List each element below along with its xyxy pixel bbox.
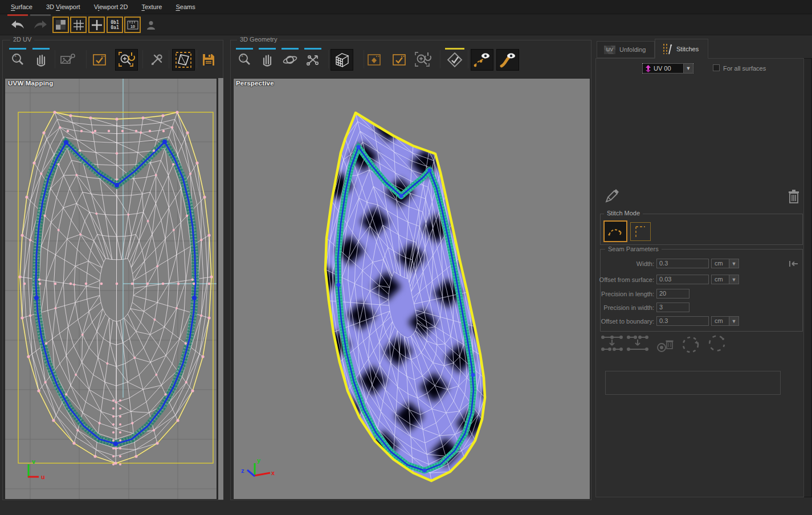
svg-text:v: v [32,458,36,465]
geometry-canvas: yxz [234,79,590,499]
settings-2d-button[interactable] [147,50,166,70]
frame-selection-3d-button[interactable] [365,50,384,70]
window-check-icon [92,53,107,67]
mannequin-icon [146,20,156,30]
tab-stitches[interactable]: Stitches [655,39,708,59]
edit-seam-button[interactable] [604,188,620,205]
show-seam-points-button[interactable] [471,49,493,71]
stitches-icon [662,43,672,55]
right-panel-scrollbar[interactable] [803,58,812,497]
tab-stitches-label: Stitches [676,46,699,52]
offset-surface-unit-select[interactable]: cm▼ [711,275,739,284]
delete-seam-button[interactable] [787,189,800,205]
chevron-down-icon: ▼ [729,317,738,325]
ruler-scale-button[interactable]: 10 [124,17,141,33]
magnifier-power-icon-disabled [414,51,431,68]
menu-viewport-2d[interactable]: Viewport 2D [88,1,134,13]
pan-3d-button[interactable] [258,50,277,70]
menu-texture[interactable]: Texture [135,1,168,13]
panel-2d-uv-title: 2D UV [10,36,34,43]
chevron-down-icon[interactable]: ▼ [683,64,693,73]
svg-text:x: x [271,469,275,476]
for-all-surfaces-checkbox[interactable] [713,64,720,71]
checker-texture-button[interactable] [52,17,69,33]
move-3d-button[interactable] [303,50,323,70]
zoom-auto-2d-button[interactable] [115,49,138,71]
stitch-mode-corner-button[interactable] [630,222,651,241]
orbit-planet-icon [282,53,298,67]
zoom-auto-3d-button[interactable] [412,49,434,71]
zoom-3d-button[interactable]: +- [235,50,254,70]
pan3d-active-bar [259,48,276,50]
viewport-3d-perspective[interactable]: yxz [233,78,590,500]
viewport-3d-label: Perspective [236,80,274,87]
mesh-cube-icon [333,51,350,68]
align-seam-split-button[interactable] [627,334,648,354]
seam-info-box [605,371,781,395]
axes-cross-button[interactable] [88,17,105,33]
show-uv-polygon-button[interactable] [172,49,195,71]
naming-display-button[interactable]: 0b10a1 [107,17,123,33]
svg-text:u: u [41,473,45,480]
validate-window-3d-button[interactable] [390,50,409,70]
redo-button[interactable] [30,17,51,34]
validate-window-2d-button[interactable] [90,50,109,70]
precision-length-field[interactable]: 20 [656,289,689,299]
grid-icon [74,20,84,30]
svg-text:10: 10 [130,24,135,28]
chevron-down-icon: ▼ [729,259,738,268]
delete-point-button[interactable] [656,337,675,355]
precision-width-field[interactable]: 3 [656,303,689,312]
stitch-mode-curve-button[interactable] [603,220,627,242]
viewport-2d-label: UVW Mapping [8,80,54,87]
uv-mesh-canvas: vu [5,79,217,499]
tab-unfolding[interactable]: UV Unfolding [597,41,655,58]
wireframe-display-button[interactable] [330,49,353,71]
undo-button[interactable] [7,17,28,34]
application-window: Surface 3D Viewport Viewport 2D Texture … [0,0,812,515]
transform-arrows-icon [305,52,321,67]
dashed-circle-ccw-icon [705,334,728,355]
rotate-seam-ccw-button[interactable] [705,334,728,357]
menu-3d-viewport[interactable]: 3D Viewport [40,1,87,13]
align-seam-down-button[interactable] [601,334,623,354]
zoom-2d-button[interactable]: +- [8,50,27,70]
width-unit-select[interactable]: cm▼ [711,259,739,268]
menu-surface[interactable]: Surface [5,1,39,13]
pan-2d-button[interactable] [31,50,51,70]
viewport-2d-uv[interactable]: vu [5,78,217,500]
seam-check-active-bar [445,48,464,50]
displayed-uv-value: UV 00 [654,65,671,72]
toolbar-separator [328,50,329,68]
zoom3d-active-bar [236,48,253,50]
tab-unfolding-label: Unfolding [619,46,646,53]
pencil-edit-icon [604,188,620,204]
offset-surface-field[interactable]: 0.03 [656,275,709,284]
offset-boundary-field[interactable]: 0.3 [656,316,709,326]
menu-seams[interactable]: Seams [169,1,201,13]
save-floppy-icon [202,53,215,67]
offset-boundary-unit-select[interactable]: cm▼ [711,316,739,326]
seam-band-eye-icon [499,51,516,68]
texture-edit-2d-button[interactable] [59,50,78,70]
hand-pan-icon [34,52,48,67]
save-uv-button[interactable] [199,50,218,70]
binary-naming-icon: 0b10a1 [111,20,119,30]
displayed-uv-select[interactable]: UV 00 ▼ [642,63,693,73]
magnifier-zoom-icon: +- [10,52,25,67]
undo-icon [10,19,25,31]
for-all-surfaces-label: For all surfaces [723,65,766,72]
orbit-3d-button[interactable] [280,50,300,70]
grid-display-button[interactable] [70,17,87,33]
show-seam-band-button[interactable] [496,49,519,71]
split-lines-down-icon [627,334,648,353]
width-field[interactable]: 0.3 [656,259,709,268]
redo-inactive-bar [30,14,51,16]
mannequin-button[interactable] [142,17,159,33]
precision-width-label: Precision in width: [586,304,654,311]
seam-validate-button[interactable] [445,50,464,70]
precision-length-label: Precision in length: [586,291,654,297]
svg-text:-: - [15,57,17,62]
rotate-seam-cw-button[interactable] [679,334,702,357]
reset-width-button[interactable] [789,260,799,269]
